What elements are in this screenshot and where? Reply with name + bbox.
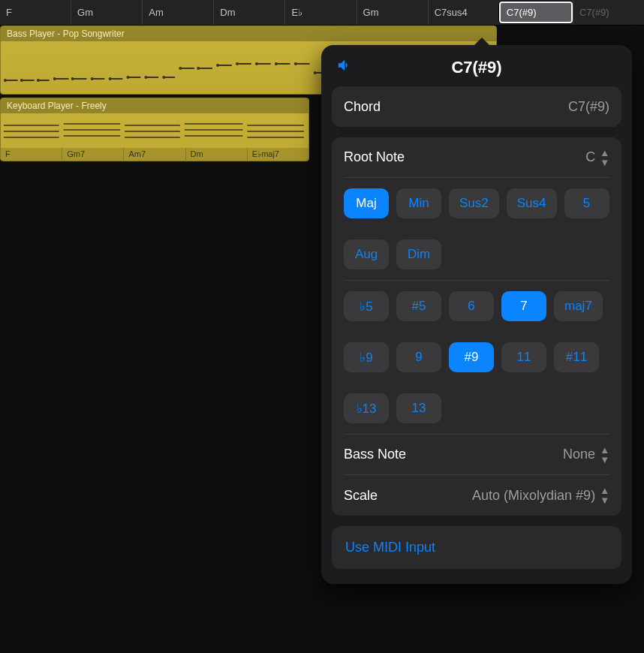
quality-chips-2: AugDim — [344, 229, 609, 281]
svg-point-30 — [71, 77, 74, 80]
region-chord-cell: E♭maj7 — [248, 148, 308, 161]
svg-point-43 — [314, 71, 317, 74]
region-chord-strip: FGm7Am7DmE♭maj7 — [1, 148, 308, 161]
root-note-row[interactable]: Root Note C — [344, 137, 609, 178]
scale-label: Scale — [344, 488, 378, 504]
chord-chip[interactable]: maj7 — [554, 291, 603, 321]
chord-label: Chord — [344, 99, 381, 115]
chord-chip[interactable]: Sus2 — [449, 188, 499, 218]
region-chord-cell: Dm — [186, 148, 248, 161]
svg-point-28 — [37, 79, 40, 82]
stepper-icon[interactable] — [600, 445, 609, 465]
svg-point-34 — [144, 76, 147, 79]
use-midi-input-button[interactable]: Use MIDI Input — [332, 526, 621, 569]
chord-chip[interactable]: Min — [396, 188, 441, 218]
svg-point-40 — [255, 62, 258, 65]
root-note-label: Root Note — [344, 149, 405, 165]
region-header: Keyboard Player - Freely — [1, 98, 308, 113]
chord-chip[interactable]: Dim — [396, 239, 441, 269]
region-chord-cell: Gm7 — [62, 148, 124, 161]
svg-point-37 — [197, 67, 200, 70]
bass-note-row[interactable]: Bass Note None — [344, 435, 609, 475]
chord-chip[interactable]: 7 — [501, 291, 546, 321]
svg-point-42 — [294, 62, 297, 65]
svg-point-29 — [53, 77, 56, 80]
chord-cell[interactable]: Dm — [213, 0, 284, 25]
audition-icon[interactable] — [336, 57, 357, 77]
root-note-value: C — [585, 149, 595, 165]
popover-title: C7(#9) — [357, 58, 617, 77]
chord-chip[interactable]: #11 — [554, 342, 599, 372]
chord-cell[interactable]: C7sus4 — [428, 0, 499, 25]
chord-cell[interactable]: Am — [142, 0, 213, 25]
chord-chip[interactable]: ♭13 — [344, 393, 389, 423]
svg-point-26 — [4, 79, 7, 82]
chord-chip[interactable]: ♭9 — [344, 342, 389, 372]
chord-chip[interactable]: 9 — [396, 342, 441, 372]
region-chord-cell: Am7 — [124, 148, 185, 161]
chord-cell[interactable]: F — [0, 0, 71, 25]
extension-chips-2: ♭99#911#11 — [344, 332, 609, 383]
svg-point-38 — [216, 64, 219, 67]
svg-point-41 — [275, 62, 278, 65]
chord-chip[interactable]: #9 — [449, 342, 494, 372]
bass-note-label: Bass Note — [344, 447, 406, 462]
svg-point-33 — [126, 76, 129, 79]
extension-chips-3: ♭1313 — [344, 383, 609, 435]
stepper-icon[interactable] — [600, 148, 609, 167]
chord-chip[interactable]: Maj — [344, 188, 389, 218]
chord-chip[interactable]: Aug — [344, 239, 389, 269]
chord-cell[interactable]: C7(#9) — [573, 0, 644, 25]
chord-chip[interactable]: 6 — [449, 291, 494, 321]
chord-chip[interactable]: #5 — [396, 291, 441, 321]
chord-editor-popover: C7(#9) Chord C7(#9) Root Note C MajMinSu… — [321, 45, 632, 584]
svg-point-35 — [162, 76, 165, 79]
region-header: Bass Player - Pop Songwriter — [1, 26, 496, 41]
chord-chip[interactable]: Sus4 — [507, 188, 557, 218]
bass-note-value: None — [563, 447, 595, 462]
scale-value: Auto (Mixolydian #9) — [472, 488, 595, 504]
chord-chip[interactable]: 13 — [396, 393, 441, 423]
chord-cell[interactable]: C7(#9) — [499, 2, 573, 23]
chord-chip[interactable]: ♭5 — [344, 291, 389, 321]
scale-row[interactable]: Scale Auto (Mixolydian #9) — [344, 475, 609, 516]
svg-point-36 — [179, 67, 182, 70]
chord-ruler: FGmAmDmE♭GmC7sus4C7(#9)C7(#9) — [0, 0, 644, 26]
svg-point-32 — [109, 77, 112, 80]
chord-cell[interactable]: E♭ — [284, 0, 356, 25]
chord-chip[interactable]: 5 — [564, 188, 609, 218]
region-chord-cell: F — [1, 148, 62, 161]
stepper-icon[interactable] — [600, 486, 609, 505]
svg-point-39 — [236, 62, 239, 65]
chord-summary-row[interactable]: Chord C7(#9) — [344, 86, 609, 127]
quality-chips: MajMinSus2Sus45 — [344, 178, 609, 229]
chord-chip[interactable]: 11 — [501, 342, 546, 372]
extension-chips-1: ♭5#567maj7 — [344, 281, 609, 332]
svg-point-27 — [20, 79, 23, 82]
region-body — [1, 113, 308, 148]
region-keyboard[interactable]: Keyboard Player - Freely FGm7Am7DmE♭maj7 — [0, 98, 309, 161]
chord-cell[interactable]: Gm — [71, 0, 142, 25]
chord-value: C7(#9) — [568, 99, 609, 115]
chord-cell[interactable]: Gm — [357, 0, 428, 25]
svg-point-31 — [91, 77, 94, 80]
